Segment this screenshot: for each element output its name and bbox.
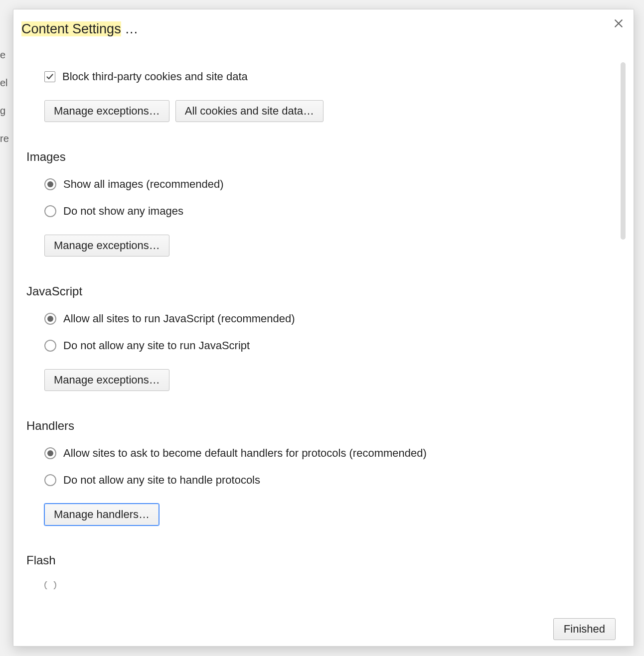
modal-body: Block third-party cookies and site data … — [24, 48, 628, 607]
js-option-block[interactable]: Do not allow any site to run JavaScript — [44, 339, 618, 352]
handlers-button-row: Manage handlers… — [44, 504, 618, 525]
images-manage-exceptions-button[interactable]: Manage exceptions… — [44, 235, 169, 257]
cookies-button-row: Manage exceptions… All cookies and site … — [44, 100, 618, 122]
radio-label: Allow sites to ask to become default han… — [63, 447, 427, 460]
images-option-show-all[interactable]: Show all images (recommended) — [44, 178, 618, 191]
cookies-manage-exceptions-button[interactable]: Manage exceptions… — [44, 100, 169, 122]
radio-icon — [44, 178, 56, 190]
title-highlight: Content Settings — [21, 21, 121, 36]
bg-fragment: el — [0, 78, 8, 88]
images-heading: Images — [26, 150, 618, 164]
flash-heading: Flash — [26, 553, 618, 567]
radio-label: Do not show any images — [63, 205, 183, 218]
all-cookies-button[interactable]: All cookies and site data… — [175, 100, 323, 122]
radio-icon — [44, 474, 56, 486]
block-third-party-row: Block third-party cookies and site data — [44, 70, 618, 83]
radio-label: Do not allow any site to handle protocol… — [63, 474, 260, 487]
page-background: e el g re Content Settings … Block third… — [0, 0, 644, 656]
radio-label: Show all images (recommended) — [63, 178, 224, 191]
js-option-allow[interactable]: Allow all sites to run JavaScript (recom… — [44, 312, 618, 325]
flash-option-truncated[interactable] — [44, 581, 618, 589]
close-button[interactable] — [612, 16, 626, 30]
javascript-manage-exceptions-button[interactable]: Manage exceptions… — [44, 369, 169, 391]
finished-button[interactable]: Finished — [553, 618, 616, 640]
javascript-button-row: Manage exceptions… — [44, 369, 618, 391]
manage-handlers-button[interactable]: Manage handlers… — [44, 504, 159, 525]
images-button-row: Manage exceptions… — [44, 235, 618, 257]
radio-icon — [44, 581, 56, 589]
block-third-party-checkbox[interactable] — [44, 71, 55, 82]
handlers-heading: Handlers — [26, 419, 618, 433]
radio-icon — [44, 313, 56, 325]
title-suffix: … — [121, 21, 139, 36]
close-icon — [614, 19, 623, 28]
radio-label: Do not allow any site to run JavaScript — [63, 339, 250, 352]
javascript-heading: JavaScript — [26, 284, 618, 298]
bg-fragment: re — [0, 133, 9, 143]
handlers-option-block[interactable]: Do not allow any site to handle protocol… — [44, 474, 618, 487]
handlers-option-allow[interactable]: Allow sites to ask to become default han… — [44, 447, 618, 460]
bg-fragment: g — [0, 106, 5, 116]
radio-icon — [44, 340, 56, 352]
radio-icon — [44, 447, 56, 459]
checkmark-icon — [46, 73, 54, 81]
images-option-no-images[interactable]: Do not show any images — [44, 205, 618, 218]
modal-title: Content Settings … — [21, 21, 138, 37]
modal-footer: Finished — [13, 611, 634, 646]
scrollbar-thumb[interactable] — [621, 62, 626, 240]
content-settings-modal: Content Settings … Block third-party coo… — [13, 9, 634, 647]
block-third-party-label: Block third-party cookies and site data — [62, 70, 248, 83]
radio-label: Allow all sites to run JavaScript (recom… — [63, 312, 295, 325]
bg-fragment: e — [0, 50, 5, 60]
radio-icon — [44, 205, 56, 217]
